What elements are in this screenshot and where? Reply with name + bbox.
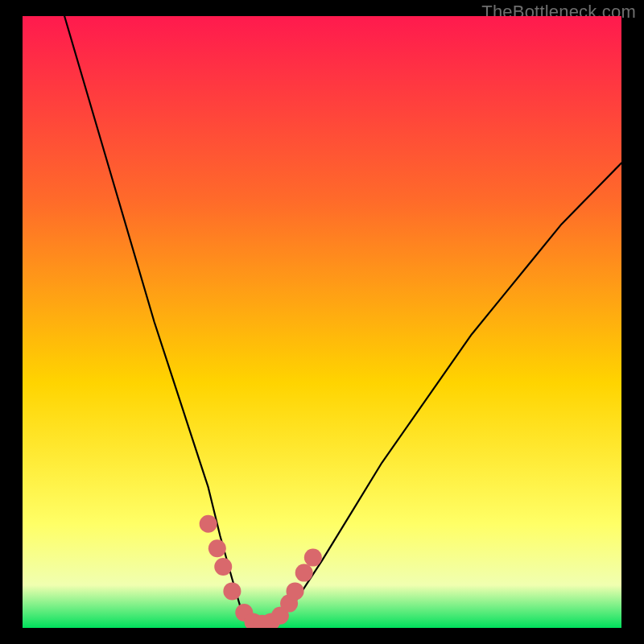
- marker-dot: [214, 558, 232, 576]
- marker-dot: [200, 515, 217, 533]
- marker-dot: [295, 564, 313, 582]
- marker-dot: [304, 549, 322, 567]
- marker-dot: [223, 582, 241, 600]
- bottleneck-chart: [23, 16, 621, 628]
- marker-dot: [208, 539, 226, 557]
- marker-dot: [287, 582, 304, 600]
- chart-frame: TheBottleneck.com: [0, 0, 644, 644]
- gradient-background: [23, 16, 621, 628]
